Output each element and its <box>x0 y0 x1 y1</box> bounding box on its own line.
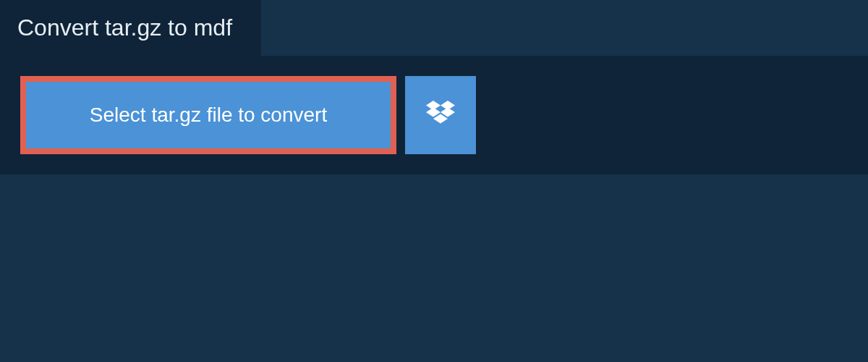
dropbox-icon <box>426 101 455 130</box>
select-file-button[interactable]: Select tar.gz file to convert <box>20 76 396 154</box>
upload-panel: Select tar.gz file to convert <box>0 56 868 174</box>
select-file-label: Select tar.gz file to convert <box>90 104 327 127</box>
header-tab: Convert tar.gz to mdf <box>0 0 261 56</box>
page-title: Convert tar.gz to mdf <box>17 14 232 41</box>
dropbox-button[interactable] <box>405 76 476 154</box>
